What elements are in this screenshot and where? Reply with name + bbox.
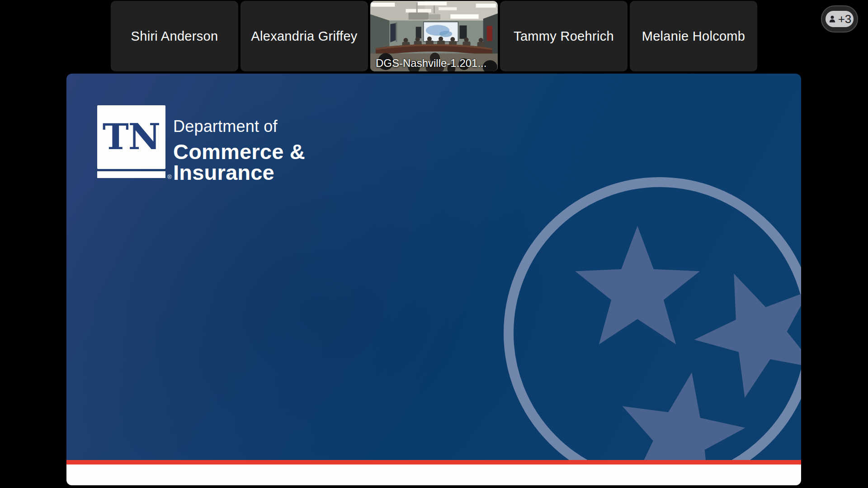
overflow-badge-inner: +3 [826,11,854,27]
overflow-count: +3 [838,13,852,25]
shared-screen: TN ® Department of Commerce & Insurance [66,74,801,485]
participant-tile-melanie-holcomb[interactable]: Melanie Holcomb [630,1,757,71]
tn-logo-acronym: TN [103,119,160,155]
footer-white-bar [66,465,801,485]
participants-overflow-badge[interactable]: +3 [821,5,858,33]
tn-logo-square: TN [97,105,165,169]
person-icon [828,14,837,23]
slide-title-line3: Insurance [173,160,274,185]
participant-tile-tammy-roehrich[interactable]: Tammy Roehrich [500,1,627,71]
tn-logo-underline [97,171,165,178]
participant-name: Tammy Roehrich [514,29,614,44]
slide-title-line1: Department of [173,117,278,136]
participant-tile-alexandria-griffey[interactable]: Alexandria Griffey [241,1,368,71]
participant-name: Shiri Anderson [131,29,218,44]
video-tile-name-label: DGS-Nashville-1.201... [376,57,486,70]
participant-tile-dgs-nashville-video[interactable]: DGS-Nashville-1.201... [370,1,498,71]
registered-trademark: ® [167,174,172,180]
participant-name: Alexandria Griffey [251,29,357,44]
participant-filmstrip: Shiri Anderson Alexandria Griffey [111,1,757,71]
participant-name: Melanie Holcomb [642,29,745,44]
participant-tile-shiri-anderson[interactable]: Shiri Anderson [111,1,238,71]
red-stripe [66,460,801,465]
